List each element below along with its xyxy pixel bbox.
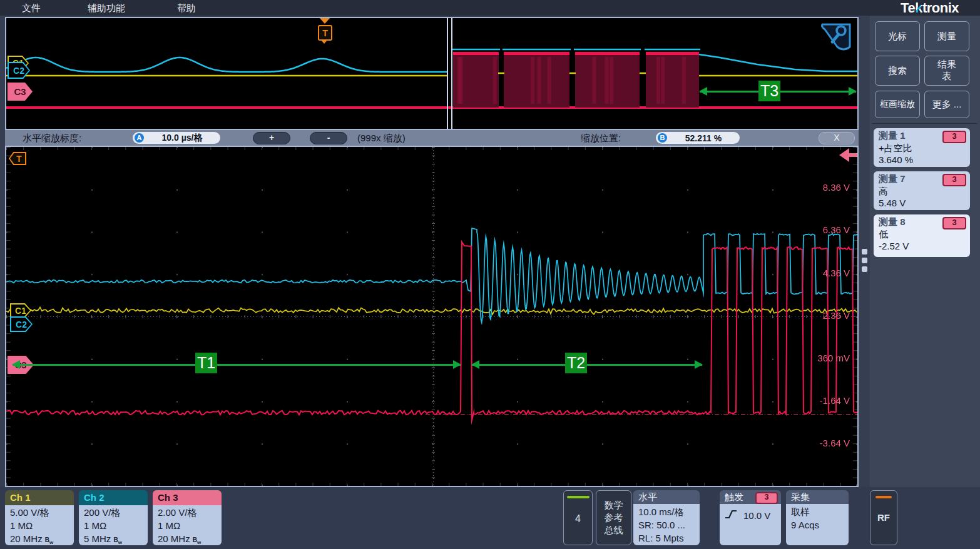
draw-box-zoom-button[interactable]: 框画缩放 [875, 91, 920, 118]
main-trigger-marker[interactable]: T [9, 152, 26, 165]
acquisition-title: 采集 [786, 490, 849, 504]
ch2-scale: 200 V/格 [84, 506, 148, 519]
trigger-source-badge: 3 [755, 492, 778, 504]
trigger-arrow-icon [320, 18, 330, 24]
voltage-label: 8.36 V [806, 182, 850, 193]
zoom-scale-label: 水平缩放标度: [23, 132, 81, 144]
rf-color-bar [875, 496, 892, 498]
cursors-button[interactable]: 光标 [875, 21, 920, 51]
overview-trigger-marker[interactable]: T [320, 18, 330, 24]
measurement-value: 5.48 V [879, 197, 965, 209]
record-length: RL: 5 Mpts [638, 531, 700, 545]
ch3-title: Ch 3 [153, 490, 222, 505]
measurement-badge-8[interactable]: 测量 8 3 低 -2.52 V [874, 214, 970, 257]
knob-b-icon: B [658, 133, 667, 143]
trigger-badge[interactable]: 触发 3 10.0 V [720, 490, 781, 545]
zoom-in-button[interactable]: + [253, 132, 290, 144]
ch1-badge[interactable]: Ch 1 5.00 V/格 1 MΩ 20 MHz Bw [5, 490, 74, 545]
menu-help[interactable]: 帮助 [177, 1, 196, 14]
ch1-scale: 5.00 V/格 [10, 506, 74, 519]
acquisition-badge[interactable]: 采集 取样 9 Acqs [786, 490, 849, 545]
rf-label: RF [870, 512, 897, 523]
voltage-label: -1.64 V [806, 395, 850, 406]
right-sidebar: 光标 测量 搜索 结果表 框画缩放 更多 ... 测量 1 3 +占空比 3.6… [870, 16, 980, 487]
ch3-badge[interactable]: Ch 3 2.00 V/格 1 MΩ 20 MHz Bw [153, 490, 222, 545]
t2-annotation-label: T2 [565, 353, 587, 373]
ch2-badge[interactable]: Ch 2 200 V/格 1 MΩ 5 MHz Bw [79, 490, 148, 545]
ch1-title: Ch 1 [5, 490, 74, 505]
t3-annotation-label: T3 [758, 81, 780, 101]
record-view-waveforms [6, 18, 857, 129]
horizontal-title: 水平 [633, 490, 700, 504]
ch4-button[interactable]: 4 [563, 490, 593, 545]
zoom-position-label: 缩放位置: [581, 132, 621, 144]
ch4-label: 4 [564, 513, 592, 525]
voltage-label: 2.36 V [806, 310, 850, 321]
t1-annotation-label: T1 [195, 353, 217, 373]
sample-rate: SR: 50.0 ... [638, 518, 700, 531]
main-ch1-handle[interactable]: C1 [10, 303, 31, 318]
measurement-source-badge: 3 [942, 174, 966, 186]
ch2-title: Ch 2 [79, 490, 148, 505]
rf-button[interactable]: RF [870, 490, 897, 545]
measure-button[interactable]: 测量 [924, 21, 969, 51]
measurement-badge-1[interactable]: 测量 1 3 +占空比 3.640 % [874, 128, 970, 167]
measurement-value: -2.52 V [879, 240, 965, 252]
horizontal-badge[interactable]: 水平 10.0 ms/格 SR: 50.0 ... RL: 5 Mpts [633, 490, 700, 545]
measurement-name: +占空比 [879, 142, 965, 154]
measurement-badge-7[interactable]: 测量 7 3 高 5.48 V [874, 171, 970, 210]
ch3-impedance: 1 MΩ [158, 519, 222, 532]
voltage-label: -3.64 V [806, 438, 850, 448]
zoom-graticule-panel: T 8.36 V 6.36 V 4.36 V 2.36 V 360 mV -1.… [5, 146, 859, 487]
measurement-source-badge: 3 [942, 131, 966, 143]
trigger-arrow-icon [321, 40, 327, 44]
zoom-factor-label: (999x 缩放) [357, 132, 406, 144]
menu-file[interactable]: 文件 [22, 1, 41, 14]
ch3-bandwidth: 20 MHz Bw [158, 532, 222, 545]
knob-a-icon: A [135, 133, 144, 143]
measurement-value: 3.640 % [879, 154, 965, 166]
zoom-position-value: 52.211 % [667, 133, 740, 143]
zoom-waveforms [6, 147, 857, 486]
search-button[interactable]: 搜索 [875, 56, 920, 86]
ch3-scale: 2.00 V/格 [158, 506, 222, 519]
main-ch2-handle[interactable]: C2 [10, 316, 33, 332]
menu-bar: 文件 辅助功能 帮助 Tektronix [0, 0, 980, 16]
zoom-close-button[interactable]: X [819, 132, 855, 144]
tektronix-logo: Tektronix [901, 0, 959, 16]
record-view-panel: C1 C2 C3 T T3 [5, 17, 859, 130]
ch4-color-bar [567, 496, 590, 498]
oscilloscope-screen: 文件 辅助功能 帮助 Tektronix C1 C2 C3 T T3 [0, 0, 980, 549]
ch1-impedance: 1 MΩ [10, 519, 74, 532]
measurement-name: 低 [879, 228, 965, 240]
t1-arrow [13, 364, 461, 366]
trigger-title: 触发 [725, 491, 743, 502]
sidebar-divider [872, 123, 977, 124]
overview-ch3-handle[interactable]: C3 [8, 83, 33, 101]
trigger-level: 10.0 V [743, 509, 770, 522]
acquisition-count: 9 Acqs [791, 518, 849, 531]
zoom-out-button[interactable]: - [310, 132, 347, 144]
zoom-overview-icon[interactable] [820, 22, 852, 53]
overview-ch2-handle[interactable]: C2 [8, 62, 30, 79]
voltage-label: 6.36 V [806, 224, 850, 235]
results-table-button[interactable]: 结果表 [924, 56, 969, 86]
math-ref-bus-button[interactable]: 数学 参考 总线 [596, 490, 631, 545]
zoom-toolbar: 水平缩放标度: A 10.0 µs/格 + - (999x 缩放) 缩放位置: … [5, 130, 859, 146]
menu-utility[interactable]: 辅助功能 [88, 1, 125, 14]
acquisition-mode: 取样 [791, 505, 849, 518]
zoom-window-divider[interactable] [447, 18, 452, 129]
ch1-bandwidth: 20 MHz Bw [10, 532, 74, 545]
horizontal-scale: 10.0 ms/格 [638, 505, 700, 518]
voltage-label: 360 mV [806, 353, 850, 363]
zoom-scale-value: 10.0 µs/格 [144, 133, 220, 144]
more-button[interactable]: 更多 ... [924, 91, 969, 118]
measurement-name: 高 [879, 185, 965, 197]
bottom-settings-bar: Ch 1 5.00 V/格 1 MΩ 20 MHz Bw Ch 2 200 V/… [0, 487, 980, 549]
zoom-position-control[interactable]: B 52.211 % [656, 132, 740, 144]
zoom-scale-control[interactable]: A 10.0 µs/格 [133, 132, 220, 144]
rising-edge-icon [725, 509, 737, 519]
panel-drag-handle[interactable] [862, 249, 868, 275]
ch2-impedance: 1 MΩ [84, 519, 148, 532]
ch2-bandwidth: 5 MHz Bw [84, 532, 148, 545]
